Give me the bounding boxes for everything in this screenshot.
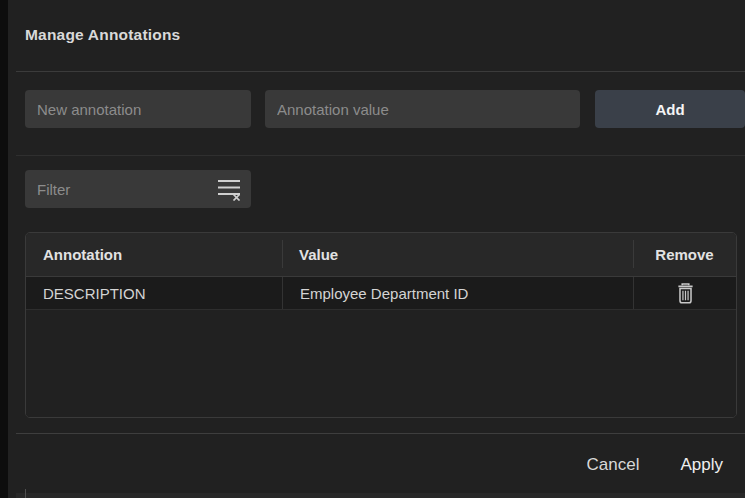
annotations-table: Annotation Value Remove DESCRIPTION Empl… [25, 232, 737, 418]
table-header-row: Annotation Value Remove [26, 233, 736, 277]
column-header-value: Value [282, 233, 633, 276]
manage-annotations-dialog: Manage Annotations Add [0, 0, 745, 498]
add-button[interactable]: Add [595, 90, 745, 128]
table-empty-area [26, 310, 736, 417]
new-annotation-input[interactable] [25, 90, 251, 128]
cell-annotation: DESCRIPTION [26, 277, 282, 309]
cell-value: Employee Department ID [282, 277, 633, 309]
footer-divider [16, 433, 745, 434]
trash-icon[interactable] [676, 282, 695, 305]
dialog-panel: Manage Annotations Add [8, 0, 745, 498]
inputs-divider [16, 155, 745, 156]
clear-filter-icon[interactable] [215, 177, 243, 201]
bottom-left-tick [25, 489, 26, 498]
table-row[interactable]: DESCRIPTION Employee Department ID [26, 277, 736, 310]
footer-actions: Cancel Apply [587, 455, 723, 475]
title-divider [16, 71, 745, 72]
column-header-annotation: Annotation [26, 233, 282, 276]
apply-button[interactable]: Apply [680, 455, 723, 475]
filter-input[interactable] [25, 170, 215, 208]
cancel-button[interactable]: Cancel [587, 455, 640, 475]
filter-field [25, 170, 251, 208]
bottom-edge [16, 493, 745, 498]
cell-remove [633, 277, 736, 309]
dialog-title: Manage Annotations [25, 26, 180, 44]
annotation-value-input[interactable] [265, 90, 580, 128]
column-header-remove: Remove [633, 233, 736, 276]
